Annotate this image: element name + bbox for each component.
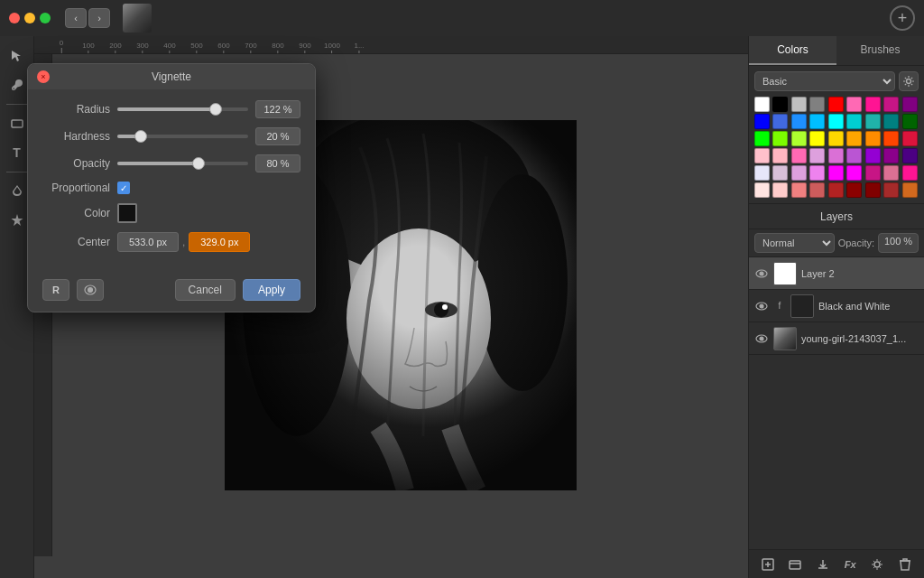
color-swatch[interactable] <box>902 131 918 146</box>
color-swatch[interactable] <box>846 97 862 112</box>
color-swatch[interactable] <box>902 148 918 163</box>
color-swatch[interactable] <box>828 182 844 198</box>
color-swatch[interactable] <box>809 148 825 163</box>
preview-button[interactable] <box>77 279 104 301</box>
close-button[interactable] <box>9 13 20 23</box>
opacity-thumb[interactable] <box>192 157 205 170</box>
color-swatch[interactable] <box>865 131 881 146</box>
rectangle-tool-button[interactable] <box>5 111 30 136</box>
color-swatch[interactable] <box>791 182 807 198</box>
color-mode-select[interactable]: Basic <box>754 71 895 91</box>
new-group-button[interactable] <box>785 555 805 574</box>
layer-row-1[interactable]: f Black and White <box>749 290 924 322</box>
maximize-button[interactable] <box>40 13 51 23</box>
color-swatch[interactable] <box>809 131 825 146</box>
color-swatch[interactable] <box>791 97 807 112</box>
radius-thumb[interactable] <box>209 103 222 116</box>
color-swatch[interactable] <box>828 97 844 112</box>
delete-layer-button[interactable] <box>895 555 915 574</box>
center-y-input[interactable]: 329.0 px <box>189 232 250 252</box>
color-swatch[interactable] <box>791 165 807 181</box>
color-swatch[interactable] <box>754 97 770 112</box>
color-swatch[interactable] <box>772 165 788 181</box>
dialog-close-button[interactable]: × <box>37 70 50 83</box>
paint-tool-button[interactable] <box>5 72 30 98</box>
opacity-value[interactable]: 100 % <box>878 233 919 253</box>
nav-forward-button[interactable]: › <box>88 8 110 28</box>
color-swatch[interactable] <box>828 148 844 163</box>
select-tool-button[interactable] <box>5 43 30 69</box>
blend-mode-select[interactable]: Normal <box>754 233 835 253</box>
color-swatch[interactable] <box>865 97 881 112</box>
color-swatch[interactable] <box>865 165 881 181</box>
tab-colors[interactable]: Colors <box>749 36 836 65</box>
layer-settings-button[interactable] <box>867 555 887 574</box>
color-swatch[interactable] <box>846 114 862 129</box>
color-swatch[interactable] <box>809 165 825 181</box>
color-swatch[interactable] <box>809 114 825 129</box>
center-x-input[interactable]: 533.0 px <box>117 232 179 252</box>
color-swatch[interactable] <box>902 97 918 112</box>
layer-visibility-2[interactable] <box>754 331 769 346</box>
layer-row-2[interactable]: young-girl-2143037_1... <box>749 322 924 355</box>
color-swatch[interactable] <box>772 182 788 198</box>
color-swatch[interactable] <box>846 131 862 146</box>
reset-button[interactable]: R <box>42 279 69 301</box>
add-tab-button[interactable]: + <box>890 5 915 31</box>
color-settings-button[interactable] <box>899 71 919 91</box>
color-swatch[interactable] <box>828 165 844 181</box>
layer-row-0[interactable]: Layer 2 <box>749 257 924 290</box>
hardness-thumb[interactable] <box>134 130 147 143</box>
proportional-checkbox[interactable]: ✓ <box>117 182 130 194</box>
color-swatch[interactable] <box>883 131 899 146</box>
apply-button[interactable]: Apply <box>243 279 300 301</box>
color-swatch[interactable] <box>828 114 844 129</box>
color-swatch[interactable] <box>791 131 807 146</box>
hardness-slider[interactable] <box>117 135 248 138</box>
color-swatch[interactable] <box>883 182 899 198</box>
color-swatch[interactable] <box>865 114 881 129</box>
color-swatch[interactable] <box>754 165 770 181</box>
add-layer-button[interactable] <box>758 555 778 574</box>
opacity-value-dialog[interactable]: 80 % <box>255 154 300 172</box>
color-swatch[interactable] <box>791 114 807 129</box>
nav-back-button[interactable]: ‹ <box>65 8 87 28</box>
color-swatch[interactable] <box>754 182 770 198</box>
fx-button[interactable]: Fx <box>840 555 860 574</box>
color-swatch[interactable] <box>754 148 770 163</box>
opacity-slider[interactable] <box>117 162 248 165</box>
layer-visibility-1[interactable] <box>754 299 769 313</box>
color-swatch[interactable] <box>809 182 825 198</box>
tab-brushes[interactable]: Brushes <box>836 36 924 65</box>
color-swatch[interactable] <box>865 182 881 198</box>
text-tool-button[interactable]: T <box>5 140 30 165</box>
color-swatch[interactable] <box>791 148 807 163</box>
minimize-button[interactable] <box>24 13 35 23</box>
fill-tool-button[interactable] <box>5 179 30 204</box>
color-swatch[interactable] <box>772 131 788 146</box>
color-swatch[interactable] <box>754 131 770 146</box>
color-swatch[interactable] <box>865 148 881 163</box>
color-swatch[interactable] <box>883 97 899 112</box>
hardness-value[interactable]: 20 % <box>255 127 300 145</box>
color-swatch[interactable] <box>772 114 788 129</box>
color-swatch[interactable] <box>883 148 899 163</box>
color-swatch[interactable] <box>828 131 844 146</box>
color-swatch[interactable] <box>902 182 918 198</box>
radius-value[interactable]: 122 % <box>255 100 300 118</box>
color-swatch[interactable] <box>902 114 918 129</box>
star-tool-button[interactable] <box>5 208 30 233</box>
radius-slider[interactable] <box>117 107 248 111</box>
color-swatch[interactable] <box>846 182 862 198</box>
color-swatch[interactable] <box>846 148 862 163</box>
color-picker-swatch[interactable] <box>117 203 137 223</box>
export-layer-button[interactable] <box>813 555 833 574</box>
color-swatch[interactable] <box>883 165 899 181</box>
color-swatch[interactable] <box>772 97 788 112</box>
color-swatch[interactable] <box>754 114 770 129</box>
color-swatch[interactable] <box>902 165 918 181</box>
cancel-button[interactable]: Cancel <box>175 279 236 301</box>
color-swatch[interactable] <box>846 165 862 181</box>
color-swatch[interactable] <box>809 97 825 112</box>
color-swatch[interactable] <box>772 148 788 163</box>
